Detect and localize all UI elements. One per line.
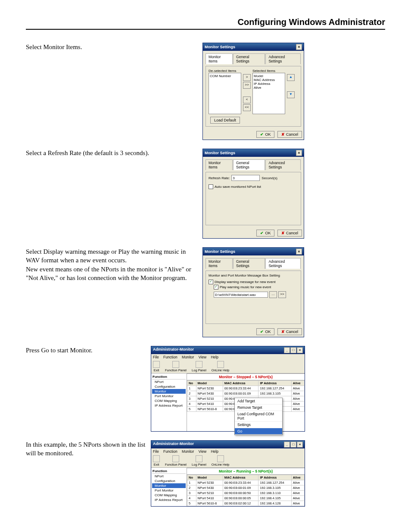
sidebar-ip-report[interactable]: IP Address Report bbox=[152, 403, 186, 408]
tool-online-help[interactable]: OnLine Help bbox=[212, 361, 230, 372]
refresh-rate-input[interactable] bbox=[231, 175, 260, 181]
list-item[interactable]: Model bbox=[254, 74, 284, 78]
col-no[interactable]: No bbox=[187, 381, 196, 386]
tab-advanced-settings[interactable]: Advanced Settings bbox=[265, 53, 301, 64]
tool-online-help[interactable]: OnLine Help bbox=[212, 455, 230, 467]
col-ip[interactable]: IP Address bbox=[258, 381, 291, 386]
menu-file[interactable]: File bbox=[153, 449, 159, 454]
deselected-label: De-selected Items bbox=[209, 69, 241, 73]
close-icon[interactable]: × bbox=[296, 249, 302, 255]
col-mac[interactable]: MAC Address bbox=[223, 381, 258, 386]
tool-log-panel[interactable]: Log Panel bbox=[192, 455, 206, 467]
maximize-icon[interactable]: □ bbox=[290, 347, 296, 353]
table-row[interactable]: 2NPort 543000:90:E8:00:01:09192.168.3.10… bbox=[187, 485, 305, 491]
table-row[interactable]: 3NPort 521000:90:E8:00:00:50192.168.3.11… bbox=[187, 491, 305, 496]
table-row[interactable]: 2NPort 543000:90:E8:00:01:09192.168.3.10… bbox=[187, 391, 305, 396]
move-right-button[interactable]: > bbox=[243, 74, 251, 81]
col-mac[interactable]: MAC Address bbox=[223, 475, 258, 480]
cancel-button[interactable]: ✘Cancel bbox=[277, 328, 302, 335]
sidebar-port-monitor[interactable]: Port Monitor bbox=[152, 488, 186, 493]
cell-no: 4 bbox=[187, 496, 196, 501]
move-up-button[interactable]: ▲ bbox=[287, 74, 295, 81]
close-icon[interactable]: × bbox=[297, 442, 303, 448]
move-down-button[interactable]: ▼ bbox=[287, 91, 295, 98]
col-alive[interactable]: Alive bbox=[291, 475, 304, 480]
sidebar-com-mapping[interactable]: COM Mapping bbox=[152, 398, 186, 403]
panel-icon bbox=[172, 361, 179, 368]
selected-list[interactable]: Model MAC Address IP Address Alive bbox=[252, 73, 285, 114]
table-row[interactable]: 1NPort 523000:90:E8:23:33:44192.168.127.… bbox=[187, 386, 305, 391]
move-all-right-button[interactable]: >> bbox=[243, 82, 251, 89]
menu-function[interactable]: Function bbox=[163, 449, 177, 454]
menu-file[interactable]: File bbox=[153, 355, 159, 359]
list-item[interactable]: COM Number bbox=[210, 74, 240, 78]
tool-function-panel[interactable]: Function Panel bbox=[165, 455, 187, 467]
sidebar-nport[interactable]: NPort bbox=[152, 380, 186, 384]
col-model[interactable]: Model bbox=[196, 381, 223, 386]
ok-button[interactable]: ✔OK bbox=[256, 131, 274, 138]
table-row[interactable]: 4NPort 541000:90:E8:00:00:05192.168.4.10… bbox=[187, 496, 305, 501]
tab-general-settings[interactable]: General Settings bbox=[233, 258, 265, 269]
auto-save-checkbox[interactable]: Auto save monitored NPort list bbox=[209, 184, 261, 189]
browse-button[interactable]: >> bbox=[278, 291, 286, 298]
minimize-icon[interactable]: _ bbox=[284, 347, 290, 353]
menu-help[interactable]: Help bbox=[211, 355, 218, 359]
sidebar-ip-report[interactable]: IP Address Report bbox=[152, 498, 186, 502]
close-icon[interactable]: × bbox=[297, 347, 303, 353]
list-item[interactable]: IP Address bbox=[254, 82, 284, 86]
play-music-checkbox[interactable]: ✓Play warning music for new event bbox=[214, 285, 271, 289]
ctx-remove-target[interactable]: Remove Target bbox=[235, 404, 282, 411]
wav-path-input[interactable] bbox=[214, 292, 268, 298]
menu-view[interactable]: View bbox=[199, 355, 206, 359]
display-warning-checkbox[interactable]: ✓Display warning message for new event bbox=[209, 280, 275, 284]
menu-monitor[interactable]: Monitor bbox=[182, 355, 194, 359]
tab-monitor-items[interactable]: Monitor Items bbox=[206, 53, 233, 64]
tab-advanced-settings[interactable]: Advanced Settings bbox=[265, 258, 301, 269]
close-icon[interactable]: × bbox=[296, 44, 302, 50]
list-item[interactable]: MAC Address bbox=[254, 78, 284, 82]
menu-view[interactable]: View bbox=[199, 449, 206, 454]
tool-function-panel[interactable]: Function Panel bbox=[165, 361, 187, 372]
load-default-button[interactable]: Load Default bbox=[210, 117, 240, 124]
table-row[interactable]: 1NPort 523000:90:E8:23:33:44192.168.127.… bbox=[187, 480, 305, 485]
move-left-button[interactable]: < bbox=[243, 96, 251, 103]
tab-advanced-settings[interactable]: Advanced Settings bbox=[265, 159, 301, 170]
ctx-add-target[interactable]: Add Target bbox=[235, 398, 282, 404]
list-item[interactable]: Alive bbox=[254, 86, 284, 90]
tool-log-panel[interactable]: Log Panel bbox=[192, 361, 206, 372]
sidebar-monitor[interactable]: Monitor bbox=[152, 483, 186, 488]
move-all-left-button[interactable]: << bbox=[243, 104, 251, 111]
tab-monitor-items[interactable]: Monitor Items bbox=[206, 258, 233, 269]
menu-monitor[interactable]: Monitor bbox=[182, 449, 194, 454]
cancel-button[interactable]: ✘Cancel bbox=[277, 131, 302, 138]
ok-button[interactable]: ✔OK bbox=[256, 230, 274, 236]
menu-help[interactable]: Help bbox=[211, 449, 218, 454]
sidebar-port-monitor[interactable]: Port Monitor bbox=[152, 394, 186, 398]
ctx-settings[interactable]: Settings bbox=[235, 422, 282, 428]
tool-exit[interactable]: Exit bbox=[153, 455, 160, 467]
col-alive[interactable]: Alive bbox=[291, 381, 304, 386]
tab-general-settings[interactable]: General Settings bbox=[233, 53, 265, 64]
sidebar-monitor[interactable]: Monitor bbox=[152, 389, 186, 394]
col-model[interactable]: Model bbox=[196, 475, 223, 480]
table-row[interactable]: 5NPort 5610-800:90:E8:02:00:12192.168.4.… bbox=[187, 501, 305, 506]
sidebar-configuration[interactable]: Configuration bbox=[152, 384, 186, 389]
ctx-go[interactable]: Go bbox=[235, 428, 282, 435]
col-no[interactable]: No bbox=[187, 475, 196, 480]
minimize-icon[interactable]: _ bbox=[284, 442, 290, 448]
ok-button[interactable]: ✔OK bbox=[256, 328, 274, 335]
menu-function[interactable]: Function bbox=[163, 355, 177, 359]
tool-exit[interactable]: Exit bbox=[153, 361, 160, 372]
tab-general-settings[interactable]: General Settings bbox=[233, 159, 265, 170]
deselected-list[interactable]: COM Number bbox=[209, 73, 241, 114]
sidebar-configuration[interactable]: Configuration bbox=[152, 479, 186, 483]
cancel-button[interactable]: ✘Cancel bbox=[277, 230, 302, 236]
maximize-icon[interactable]: □ bbox=[290, 442, 296, 448]
browse-button-dots[interactable]: … bbox=[269, 291, 277, 298]
col-ip[interactable]: IP Address bbox=[258, 475, 291, 480]
tab-monitor-items[interactable]: Monitor Items bbox=[206, 159, 233, 170]
close-icon[interactable]: × bbox=[296, 150, 302, 156]
sidebar-com-mapping[interactable]: COM Mapping bbox=[152, 493, 186, 498]
sidebar-nport[interactable]: NPort bbox=[152, 474, 186, 479]
ctx-load-com[interactable]: Load Configured COM Port bbox=[235, 411, 282, 422]
